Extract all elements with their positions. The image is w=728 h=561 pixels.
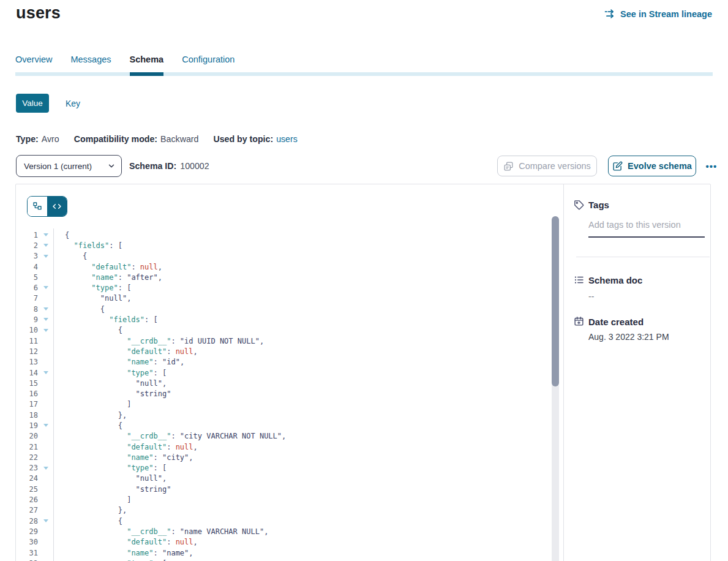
tab-messages[interactable]: Messages <box>70 55 111 76</box>
fold-arrow-icon[interactable] <box>38 367 53 378</box>
code-text: "name": "name", <box>53 549 193 557</box>
code-line: 2 "fields": [ <box>16 240 551 250</box>
fold-arrow-icon[interactable] <box>38 304 53 314</box>
code-line: 18 }, <box>16 410 551 420</box>
code-line: 30 "default": null, <box>16 537 551 548</box>
line-number: 8 <box>16 305 38 314</box>
value-tab-button[interactable]: Value <box>16 94 49 113</box>
more-actions-button[interactable]: ••• <box>700 156 722 176</box>
fold-arrow-icon[interactable] <box>38 251 53 262</box>
line-number: 9 <box>16 315 38 324</box>
stream-lineage-link[interactable]: See in Stream lineage <box>604 9 712 19</box>
code-line: 1{ <box>16 230 551 240</box>
fold-spacer <box>38 410 53 420</box>
code-text: "string" <box>53 390 171 398</box>
line-number: 5 <box>16 273 38 282</box>
line-number: 28 <box>16 517 38 525</box>
code-text: "default": null, <box>53 443 198 451</box>
line-number: 7 <box>16 294 38 303</box>
code-text: "__crdb__": "id UUID NOT NULL", <box>53 337 264 345</box>
code-line: 13 "name": "id", <box>16 357 551 367</box>
evolve-schema-button[interactable]: Evolve schema <box>608 156 696 176</box>
tab-configuration[interactable]: Configuration <box>182 55 235 76</box>
code-text: "null", <box>53 294 131 303</box>
code-text: "string" <box>53 485 171 494</box>
fold-spacer <box>38 262 53 272</box>
editor-scrollbar-thumb[interactable] <box>552 216 559 386</box>
stream-lineage-icon <box>604 9 616 19</box>
code-text: "default": null, <box>53 538 198 546</box>
fold-spacer <box>38 548 53 558</box>
code-text: "__crdb__": "name VARCHAR NULL", <box>53 527 268 536</box>
schema-code-editor[interactable]: 1{2 "fields": [3 {4 "default": null,5 "n… <box>16 230 551 561</box>
code-line: 26 ] <box>16 494 551 505</box>
line-number: 20 <box>16 432 38 440</box>
tags-input-underline <box>588 236 705 238</box>
code-text: ] <box>53 400 131 409</box>
tab-schema[interactable]: Schema <box>130 55 164 76</box>
fold-arrow-icon[interactable] <box>38 420 53 431</box>
code-line: 28 { <box>16 516 551 526</box>
code-line: 29 "__crdb__": "name VARCHAR NULL", <box>16 526 551 537</box>
code-line: 32 "type": [ <box>16 558 551 561</box>
line-number: 17 <box>16 400 38 409</box>
sidebar-divider <box>576 257 710 257</box>
code-text: { <box>53 305 105 314</box>
code-text: }, <box>53 411 127 420</box>
line-number: 31 <box>16 549 38 557</box>
code-line: 7 "null", <box>16 293 551 304</box>
code-text: "__crdb__": "city VARCHAR NOT NULL", <box>53 432 286 440</box>
code-line: 5 "name": "after", <box>16 272 551 282</box>
code-text: }, <box>53 506 127 514</box>
version-select[interactable]: Version 1 (current) <box>16 155 122 177</box>
fold-arrow-icon[interactable] <box>38 325 53 336</box>
schema-doc-value: -- <box>588 292 594 301</box>
fold-arrow-icon[interactable] <box>38 463 53 473</box>
key-tab-button[interactable]: Key <box>66 99 80 108</box>
code-line: 8 { <box>16 304 551 314</box>
fold-arrow-icon[interactable] <box>38 282 53 293</box>
fold-arrow-icon[interactable] <box>38 314 53 325</box>
line-number: 16 <box>16 390 38 398</box>
compare-versions-button[interactable]: Compare versions <box>497 156 597 176</box>
fold-spacer <box>38 388 53 399</box>
line-number: 11 <box>16 337 38 345</box>
edit-icon <box>612 161 623 171</box>
code-line: 20 "__crdb__": "city VARCHAR NOT NULL", <box>16 431 551 442</box>
code-view-icon[interactable] <box>47 197 67 216</box>
fold-arrow-icon[interactable] <box>38 240 53 250</box>
tree-view-icon[interactable] <box>28 197 47 216</box>
fold-spacer <box>38 272 53 282</box>
schema-panel: 1{2 "fields": [3 {4 "default": null,5 "n… <box>15 184 711 561</box>
topic-link[interactable]: users <box>276 134 298 144</box>
line-number: 29 <box>16 527 38 536</box>
code-text: "null", <box>53 379 167 388</box>
fold-spacer <box>38 399 53 410</box>
fold-arrow-icon[interactable] <box>38 558 53 561</box>
code-text: ] <box>53 495 131 504</box>
code-text: "fields": [ <box>53 315 158 324</box>
line-number: 30 <box>16 538 38 546</box>
list-icon <box>574 274 585 285</box>
fold-arrow-icon[interactable] <box>38 516 53 526</box>
type-value: Avro <box>42 134 59 144</box>
line-number: 13 <box>16 358 38 366</box>
type-label: Type: <box>16 134 39 144</box>
line-number: 24 <box>16 474 38 483</box>
code-line: 14 "type": [ <box>16 367 551 378</box>
fold-spacer <box>38 452 53 462</box>
tab-overview[interactable]: Overview <box>15 55 52 76</box>
fold-spacer <box>38 431 53 442</box>
view-toggle <box>27 196 67 217</box>
tags-title: Tags <box>588 200 609 210</box>
fold-spacer <box>38 442 53 452</box>
code-line: 31 "name": "name", <box>16 548 551 558</box>
fold-spacer <box>38 484 53 494</box>
code-line: 17 ] <box>16 399 551 410</box>
code-line: 15 "null", <box>16 378 551 388</box>
fold-arrow-icon[interactable] <box>38 230 53 240</box>
code-line: 27 }, <box>16 505 551 516</box>
schema-sidebar: Tags Schema doc -- Date created Aug. 3 2… <box>563 184 711 561</box>
add-tags-input[interactable] <box>588 220 705 230</box>
schema-id-label: Schema ID: <box>129 161 176 171</box>
